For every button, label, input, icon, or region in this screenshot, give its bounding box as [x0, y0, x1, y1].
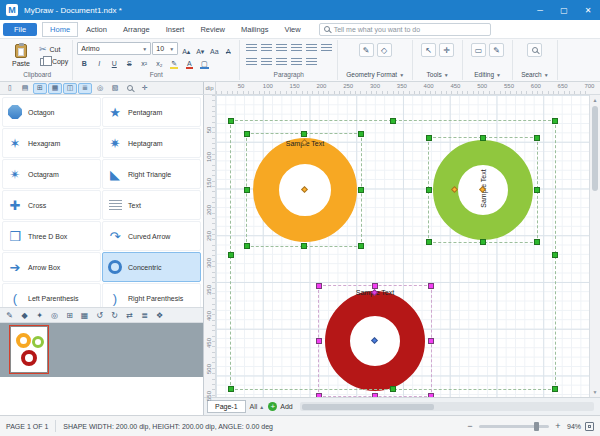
- selection-handle[interactable]: [480, 239, 486, 245]
- shape-item-octagram[interactable]: ✴Octagram: [2, 159, 101, 189]
- rotate-left-icon[interactable]: ↺: [93, 309, 106, 321]
- zoom-in-button[interactable]: +: [553, 421, 563, 431]
- selection-handle[interactable]: [534, 135, 540, 141]
- selection-handle[interactable]: [372, 393, 378, 397]
- underline-icon[interactable]: U: [107, 57, 121, 70]
- align-left-icon[interactable]: [244, 42, 258, 55]
- selection-handle[interactable]: [426, 239, 432, 245]
- maximize-icon[interactable]: ▢: [552, 0, 576, 20]
- pointer-tool-icon[interactable]: ↖: [421, 43, 436, 57]
- selection-handle[interactable]: [301, 243, 307, 249]
- align-top-icon[interactable]: [244, 56, 258, 69]
- text-direction-icon[interactable]: [289, 56, 303, 69]
- ribbon-group-geometry-format[interactable]: ✎◇Geometry Format▼: [338, 40, 413, 80]
- show-rulers-icon[interactable]: ≣: [78, 83, 92, 94]
- shape-item-octagon[interactable]: Octagon: [2, 97, 101, 127]
- selection-handle[interactable]: [301, 131, 307, 137]
- selection-handle[interactable]: [228, 118, 234, 124]
- horizontal-scrollbar[interactable]: [300, 402, 594, 411]
- geometry-pencil-icon[interactable]: ✎: [359, 43, 374, 57]
- shape-item-left-parenthesis[interactable]: (Left Parenthesis: [2, 283, 101, 307]
- shape-item-text[interactable]: Text: [102, 190, 201, 220]
- shape-item-heptagram[interactable]: ✷Heptagram: [102, 128, 201, 158]
- font-size-select[interactable]: 10▼: [152, 42, 178, 55]
- align-right-icon[interactable]: [274, 42, 288, 55]
- show-ports-icon[interactable]: ◎: [93, 83, 107, 94]
- page-thumbnail[interactable]: [10, 326, 48, 373]
- geometry-shape-icon[interactable]: ◇: [377, 43, 392, 57]
- tab-insert[interactable]: Insert: [158, 22, 193, 37]
- align-center-icon[interactable]: [259, 42, 273, 55]
- selection-handle[interactable]: [428, 393, 434, 397]
- horizontal-scroll-thumb[interactable]: [302, 404, 434, 410]
- shape-item-three-d-box[interactable]: ❒Three D Box: [2, 221, 101, 251]
- selection-handle[interactable]: [426, 135, 432, 141]
- align-middle-icon[interactable]: [259, 56, 273, 69]
- selection-handle[interactable]: [428, 283, 434, 289]
- shape-item-right-parenthesis[interactable]: )Right Parenthesis: [102, 283, 201, 307]
- selection-handle[interactable]: [552, 118, 558, 124]
- selection-handle[interactable]: [534, 239, 540, 245]
- ribbon-group-tools[interactable]: ↖✛Tools▼: [413, 40, 463, 80]
- font-family-select[interactable]: Arimo▼: [77, 42, 151, 55]
- select-all-tool-icon[interactable]: ▭: [471, 43, 486, 57]
- selection-handle[interactable]: [228, 252, 234, 258]
- text-border-icon[interactable]: ▢: [197, 57, 211, 70]
- grid-panel-icon[interactable]: ⊞: [63, 309, 76, 321]
- table-panel-icon[interactable]: ▦: [78, 309, 91, 321]
- cut-button[interactable]: ✂ Cut: [39, 45, 68, 54]
- bullets-icon[interactable]: [304, 42, 318, 55]
- selection-handle[interactable]: [552, 252, 558, 258]
- selection-handle[interactable]: [316, 283, 322, 289]
- strikethrough-icon[interactable]: S: [122, 57, 136, 70]
- selection-handle[interactable]: [316, 338, 322, 344]
- selection-handle[interactable]: [428, 338, 434, 344]
- justify-icon[interactable]: [289, 42, 303, 55]
- selection-handle[interactable]: [480, 135, 486, 141]
- add-page-button[interactable]: + Add: [268, 402, 292, 411]
- scroll-down-icon[interactable]: ▼: [590, 387, 600, 397]
- file-menu-button[interactable]: File: [3, 23, 37, 36]
- shape-item-concentric[interactable]: Concentric: [102, 252, 201, 282]
- selection-handle[interactable]: [228, 386, 234, 392]
- selection-handle[interactable]: [534, 187, 540, 193]
- minimize-icon[interactable]: ─: [528, 0, 552, 20]
- zoom-out-button[interactable]: −: [465, 421, 475, 431]
- selection-handle[interactable]: [316, 393, 322, 397]
- page-tab[interactable]: Page-1: [207, 400, 246, 413]
- new-page-icon[interactable]: ▯: [3, 83, 17, 94]
- effects-panel-icon[interactable]: ✦: [33, 309, 46, 321]
- italic-icon[interactable]: I: [92, 57, 106, 70]
- swap-panels-icon[interactable]: ⇄: [123, 309, 136, 321]
- numbering-icon[interactable]: [319, 42, 333, 55]
- target-panel-icon[interactable]: ◎: [48, 309, 61, 321]
- tab-home[interactable]: Home: [42, 22, 78, 37]
- show-guides-icon[interactable]: ◫: [63, 83, 77, 94]
- tab-arrange[interactable]: Arrange: [115, 22, 158, 37]
- find-tool-icon[interactable]: [527, 43, 542, 57]
- shape-item-right-triangle[interactable]: ◣Right Triangle: [102, 159, 201, 189]
- ribbon-group-search[interactable]: Search▼: [513, 40, 558, 80]
- bold-icon[interactable]: B: [77, 57, 91, 70]
- superscript-icon[interactable]: x²: [137, 57, 151, 70]
- edit-tool-icon[interactable]: ✎: [3, 309, 16, 321]
- close-icon[interactable]: ✕: [576, 0, 600, 20]
- align-bottom-icon[interactable]: [274, 56, 288, 69]
- tab-action[interactable]: Action: [78, 22, 115, 37]
- layers-panel-icon[interactable]: ❖: [153, 309, 166, 321]
- pan-view-icon[interactable]: ✛: [138, 83, 152, 94]
- show-grid-icon[interactable]: ⊞: [33, 83, 47, 94]
- tab-review[interactable]: Review: [192, 22, 233, 37]
- shape-item-arrow-box[interactable]: ➔Arrow Box: [2, 252, 101, 282]
- show-interaction-icon[interactable]: ▧: [108, 83, 122, 94]
- shape-item-hexagram[interactable]: ✶Hexagram: [2, 128, 101, 158]
- tab-view[interactable]: View: [277, 22, 309, 37]
- highlight-color-icon[interactable]: ✎: [167, 57, 181, 70]
- tell-me-search[interactable]: Tell me what you want to do: [319, 23, 491, 36]
- paste-button[interactable]: Paste: [6, 42, 36, 69]
- font-color-icon[interactable]: A: [182, 57, 196, 70]
- zoom-tool-icon[interactable]: [123, 83, 137, 94]
- rotate-right-icon[interactable]: ↻: [108, 309, 121, 321]
- selection-handle[interactable]: [358, 243, 364, 249]
- tab-mailings[interactable]: Mailings: [233, 22, 277, 37]
